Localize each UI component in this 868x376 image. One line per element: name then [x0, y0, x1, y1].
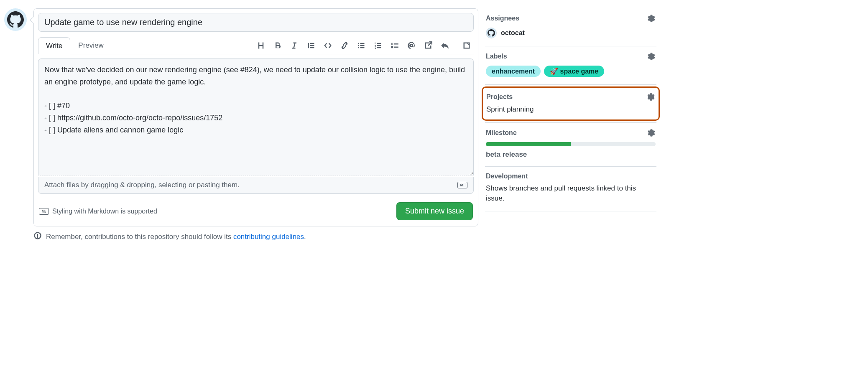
tab-write[interactable]: Write: [38, 37, 70, 54]
tab-preview[interactable]: Preview: [70, 37, 111, 54]
markdown-toolbar: [256, 41, 474, 50]
gear-icon[interactable]: [647, 129, 656, 137]
issue-title-input[interactable]: [38, 13, 474, 32]
development-heading: Development: [486, 173, 528, 180]
contributing-guidelines-link[interactable]: contributing guidelines: [233, 233, 304, 241]
mention-icon[interactable]: [407, 41, 416, 50]
quote-icon[interactable]: [306, 41, 316, 50]
cross-reference-icon[interactable]: [424, 41, 433, 50]
bold-icon[interactable]: [273, 41, 282, 50]
attach-hint-text: Attach files by dragging & dropping, sel…: [44, 181, 240, 189]
heading-icon[interactable]: [256, 41, 266, 50]
development-section: Development Shows branches and pull requ…: [485, 167, 656, 211]
gear-icon[interactable]: [647, 14, 656, 23]
milestone-heading: Milestone: [486, 129, 517, 137]
link-icon[interactable]: [340, 41, 349, 50]
assignees-heading: Assignees: [486, 15, 519, 22]
code-icon[interactable]: [323, 41, 332, 50]
assignees-section: Assignees octocat: [485, 8, 656, 46]
unordered-list-icon[interactable]: [357, 41, 366, 50]
markdown-support-note: M↓ Styling with Markdown is supported: [39, 208, 157, 215]
markdown-icon: M↓: [457, 182, 467, 188]
submit-issue-button[interactable]: Submit new issue: [396, 202, 473, 220]
ordered-list-icon[interactable]: [373, 41, 383, 50]
info-icon: [33, 231, 42, 242]
project-item[interactable]: Sprint planning: [486, 105, 655, 114]
assignee-name: octocat: [501, 29, 525, 37]
italic-icon[interactable]: [290, 41, 299, 50]
milestone-progress-bar: [486, 142, 656, 146]
attach-files-bar[interactable]: Attach files by dragging & dropping, sel…: [38, 177, 474, 194]
labels-heading: Labels: [486, 53, 507, 60]
label-pill[interactable]: 🚀 space game: [544, 66, 604, 77]
development-text: Shows branches and pull requests linked …: [486, 183, 656, 203]
gear-icon[interactable]: [647, 93, 655, 101]
gear-icon[interactable]: [647, 52, 656, 61]
editor-tabbar: Write Preview: [38, 37, 474, 54]
reply-icon[interactable]: [440, 41, 449, 50]
fullscreen-icon[interactable]: [462, 41, 471, 50]
labels-section: Labels enhancement🚀 space game: [485, 46, 656, 85]
markdown-icon: M↓: [39, 208, 49, 215]
new-issue-form: Write Preview: [33, 8, 478, 226]
assignee-avatar: [486, 28, 497, 38]
milestone-name[interactable]: beta release: [486, 150, 656, 159]
task-list-icon[interactable]: [390, 41, 399, 50]
issue-body-textarea[interactable]: [38, 58, 474, 175]
label-pill[interactable]: enhancement: [486, 66, 541, 77]
projects-section: Projects Sprint planning: [482, 86, 660, 121]
milestone-section: Milestone beta release: [485, 122, 656, 167]
author-avatar: [4, 8, 27, 31]
assignee-item[interactable]: octocat: [486, 28, 656, 38]
projects-heading: Projects: [486, 93, 513, 101]
contributing-guidelines-note: Remember, contributions to this reposito…: [33, 231, 478, 242]
